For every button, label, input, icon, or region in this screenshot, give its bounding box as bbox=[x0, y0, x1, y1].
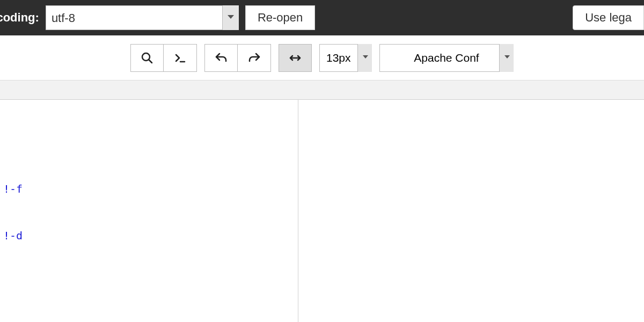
redo-button[interactable] bbox=[238, 44, 271, 72]
language-select-wrap: Apache Conf bbox=[379, 44, 514, 72]
font-size-select[interactable]: 13px bbox=[319, 44, 372, 72]
undo-redo-group bbox=[204, 44, 271, 72]
editor-ruler bbox=[0, 80, 644, 100]
print-margin-line bbox=[298, 100, 298, 322]
topbar-left: ncoding: utf-8 Re-open bbox=[0, 5, 315, 30]
wrap-icon bbox=[289, 52, 302, 64]
editor-toolbar: 13px Apache Conf bbox=[0, 35, 644, 80]
search-button[interactable] bbox=[130, 44, 164, 72]
code-content: !-f !-d HOST}%{REQUEST_URI} bbox=[0, 100, 120, 322]
encoding-select[interactable]: utf-8 bbox=[46, 5, 239, 30]
search-terminal-group bbox=[130, 44, 197, 72]
encoding-select-wrap: utf-8 bbox=[46, 5, 239, 30]
terminal-button[interactable] bbox=[164, 44, 197, 72]
use-legacy-button[interactable]: Use lega bbox=[573, 5, 644, 30]
search-icon bbox=[141, 52, 153, 64]
reopen-button[interactable]: Re-open bbox=[245, 5, 315, 30]
font-size-select-wrap: 13px bbox=[319, 44, 372, 72]
code-editor[interactable]: !-f !-d HOST}%{REQUEST_URI} bbox=[0, 100, 644, 322]
editor-area: !-f !-d HOST}%{REQUEST_URI} bbox=[0, 80, 644, 322]
undo-button[interactable] bbox=[204, 44, 238, 72]
undo-icon bbox=[215, 52, 228, 64]
svg-line-1 bbox=[149, 60, 152, 63]
language-select[interactable]: Apache Conf bbox=[379, 44, 514, 72]
code-line: !-f bbox=[0, 181, 120, 197]
encoding-label: ncoding: bbox=[0, 11, 39, 25]
code-line: !-d bbox=[0, 228, 120, 244]
redo-icon bbox=[248, 52, 261, 64]
terminal-icon bbox=[174, 52, 187, 64]
top-bar: ncoding: utf-8 Re-open Use lega bbox=[0, 0, 644, 35]
wrap-group bbox=[279, 44, 312, 72]
wrap-button[interactable] bbox=[279, 44, 312, 72]
topbar-right: Use lega bbox=[573, 5, 644, 30]
